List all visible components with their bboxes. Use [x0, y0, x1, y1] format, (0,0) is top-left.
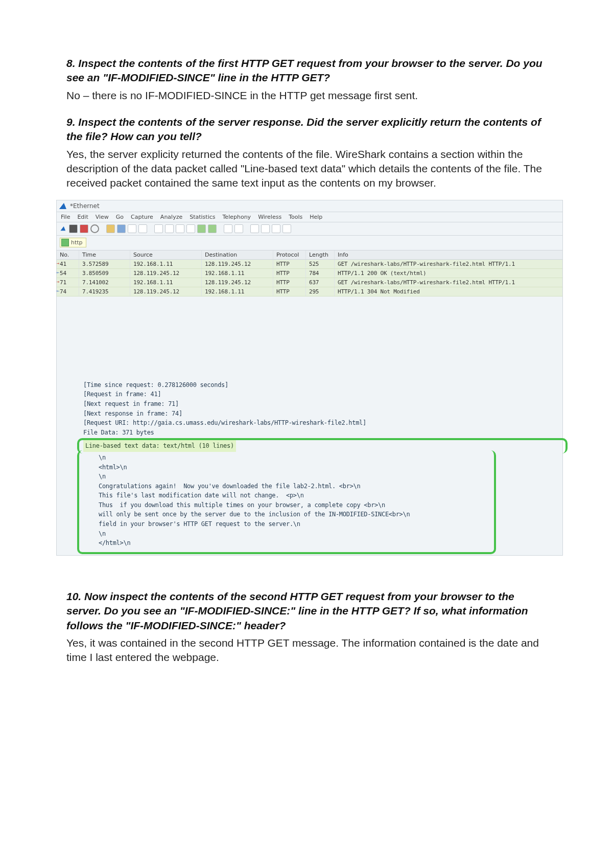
wireshark-titlebar: *Ethernet	[57, 200, 562, 212]
toolbar-restart-icon[interactable]	[90, 224, 99, 233]
toolbar-close-icon[interactable]	[128, 224, 136, 233]
filter-text: http	[71, 239, 83, 246]
question-9-answer: Yes, the server explicity returned the c…	[66, 147, 547, 191]
question-8-prompt: 8. Inspect the contents of the first HTT…	[66, 56, 547, 85]
packet-direction-icon: →	[57, 261, 59, 266]
detail-request-frame: [Request in frame: 41]	[83, 390, 562, 399]
wireshark-toolbar	[57, 222, 562, 236]
col-protocol[interactable]: Protocol	[273, 250, 306, 259]
line-based-line: Thus if you download this multiple times…	[99, 500, 562, 510]
wireshark-fin-icon	[59, 203, 67, 209]
question-10-prompt: 10. Now inspect the contents of the seco…	[66, 589, 547, 633]
line-based-line: \n	[99, 472, 562, 482]
toolbar-stop-icon[interactable]	[69, 224, 78, 233]
toolbar-find-icon[interactable]	[154, 224, 163, 233]
col-length[interactable]: Length	[306, 250, 335, 259]
wireshark-filter-bar: http	[57, 236, 562, 250]
question-9-prompt: 9. Inspect the contents of the server re…	[66, 115, 547, 144]
document-page: 8. Inspect the contents of the first HTT…	[0, 0, 613, 868]
filter-bookmark-icon[interactable]	[61, 239, 69, 246]
line-based-line: \n	[99, 453, 562, 463]
col-info[interactable]: Info	[335, 250, 562, 259]
packet-row[interactable]: ←747.419235128.119.245.12192.168.1.11HTT…	[57, 287, 562, 296]
packet-direction-icon: ←	[57, 288, 59, 293]
menu-tools[interactable]: Tools	[289, 214, 302, 220]
line-based-line: </html>\n	[99, 538, 562, 548]
toolbar-zoom-in-icon[interactable]	[250, 224, 259, 233]
line-based-line: This file's last modification date will …	[99, 491, 562, 500]
line-based-line: Congratulations again! Now you've downlo…	[99, 482, 562, 491]
line-based-header[interactable]: Line-based text data: text/html (10 line…	[83, 440, 236, 452]
toolbar-open-icon[interactable]	[106, 224, 115, 233]
packet-details-pane[interactable]: [Time since request: 0.278126000 seconds…	[57, 378, 562, 555]
toolbar-last-icon[interactable]	[208, 224, 217, 233]
menu-edit[interactable]: Edit	[77, 214, 88, 220]
packet-direction-icon: →	[57, 279, 59, 284]
packet-direction-icon: ←	[57, 270, 59, 275]
menu-view[interactable]: View	[96, 214, 109, 220]
toolbar-colorize-icon[interactable]	[234, 224, 243, 233]
col-source[interactable]: Source	[130, 250, 202, 259]
toolbar-first-icon[interactable]	[197, 224, 206, 233]
toolbar-jump-icon[interactable]	[186, 224, 195, 233]
packet-row[interactable]: →413.572589192.168.1.11128.119.245.12HTT…	[57, 260, 562, 269]
display-filter-input[interactable]: http	[60, 238, 86, 247]
menu-go[interactable]: Go	[116, 214, 124, 220]
col-destination[interactable]: Destination	[202, 250, 273, 259]
toolbar-zoom-reset-icon[interactable]	[272, 224, 280, 233]
toolbar-autoscroll-icon[interactable]	[224, 224, 232, 233]
packet-list[interactable]: →413.572589192.168.1.11128.119.245.12HTT…	[57, 260, 562, 296]
packet-row[interactable]: ←543.850509128.119.245.12192.168.1.11HTT…	[57, 269, 562, 278]
toolbar-resize-cols-icon[interactable]	[282, 224, 291, 233]
menu-analyze[interactable]: Analyze	[160, 214, 182, 220]
line-based-line: will only be sent once by the server due…	[99, 510, 562, 519]
line-based-line: <html>\n	[99, 463, 562, 472]
col-no[interactable]: No.	[57, 250, 79, 259]
toolbar-logo-icon	[60, 226, 66, 231]
wireshark-window: *Ethernet File Edit View Go Capture Anal…	[56, 200, 563, 556]
toolbar-save-icon[interactable]	[117, 224, 126, 233]
menu-statistics[interactable]: Statistics	[190, 214, 215, 220]
wireshark-menubar[interactable]: File Edit View Go Capture Analyze Statis…	[57, 212, 562, 222]
toolbar-reload-icon[interactable]	[138, 224, 147, 233]
wireshark-title-text: *Ethernet	[70, 202, 100, 210]
col-time[interactable]: Time	[79, 250, 130, 259]
line-based-line: field in your browser's HTTP GET request…	[99, 519, 562, 529]
toolbar-zoom-out-icon[interactable]	[261, 224, 270, 233]
menu-file[interactable]: File	[61, 214, 70, 220]
question-8-answer: No – there is no IF-MODIFIED-SINCE in th…	[66, 88, 547, 103]
detail-file-data: File Data: 371 bytes	[83, 428, 562, 438]
toolbar-prev-icon[interactable]	[165, 224, 174, 233]
detail-next-request: [Next request in frame: 71]	[83, 399, 562, 409]
packet-list-header: No. Time Source Destination Protocol Len…	[57, 250, 562, 260]
toolbar-record-icon[interactable]	[80, 224, 88, 233]
line-based-line: \n	[99, 529, 562, 539]
question-10-answer: Yes, it was contained in the second HTTP…	[66, 636, 547, 665]
toolbar-next-icon[interactable]	[176, 224, 184, 233]
menu-help[interactable]: Help	[310, 214, 322, 220]
menu-capture[interactable]: Capture	[131, 214, 153, 220]
menu-wireless[interactable]: Wireless	[258, 214, 281, 220]
line-based-text-section: Line-based text data: text/html (10 line…	[83, 440, 562, 551]
detail-next-response: [Next response in frame: 74]	[83, 409, 562, 419]
packet-row[interactable]: →717.141002192.168.1.11128.119.245.12HTT…	[57, 278, 562, 287]
detail-request-uri: [Request URI: http://gaia.cs.umass.edu/w…	[83, 418, 562, 428]
line-based-body: \n<html>\n\nCongratulations again! Now y…	[83, 452, 562, 551]
menu-telephony[interactable]: Telephony	[223, 214, 251, 220]
detail-time-since: [Time since request: 0.278126000 seconds…	[83, 380, 562, 390]
